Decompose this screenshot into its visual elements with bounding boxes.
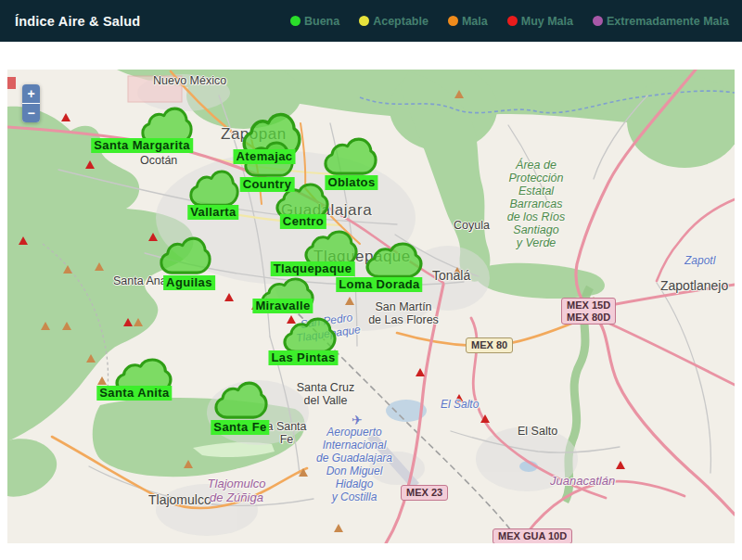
peak-icon	[148, 233, 158, 241]
cloud-icon	[324, 137, 377, 176]
place-label: Zapotlanejo	[660, 278, 728, 293]
zoom-control: + −	[22, 84, 40, 122]
legend-dot-icon	[290, 16, 301, 26]
peak-icon	[454, 90, 464, 98]
legend-item-muy-mala: Muy Mala	[507, 15, 573, 28]
airport-icon: ✈	[352, 413, 363, 427]
peak-icon	[95, 262, 104, 271]
marker-label-loma-dorada[interactable]: Loma Dorada	[336, 277, 422, 292]
cloud-icon	[214, 381, 268, 420]
legend-item-aceptable: Aceptable	[359, 15, 429, 28]
peak-icon	[97, 376, 107, 385]
road-shield: MEX 15D MEX 80D	[561, 298, 616, 325]
peak-icon	[224, 293, 234, 301]
aqi-marker-oblatos[interactable]	[324, 137, 377, 180]
legend-dot-icon	[507, 16, 518, 26]
peak-icon	[62, 322, 71, 330]
peak-icon	[134, 318, 143, 326]
legend-label: Mala	[462, 15, 488, 28]
peak-icon	[345, 297, 354, 305]
legend-dot-icon	[448, 16, 458, 26]
peak-icon	[480, 414, 490, 423]
marker-label-santa-anita[interactable]: Santa Anita	[96, 386, 172, 401]
marker-label-las-pintas[interactable]: Las Pintas	[268, 350, 338, 365]
place-label: San Martín de Las Flores	[368, 300, 439, 326]
place-label: Aeropuerto Internacional de Guadalajara …	[316, 426, 392, 503]
place-label: a Santa Fe	[266, 420, 306, 446]
marker-label-miravalle[interactable]: Miravalle	[252, 299, 313, 313]
cloud-icon	[160, 236, 211, 275]
marker-label-country[interactable]: Country	[240, 177, 295, 192]
legend-label: Extremadamente Mala	[607, 15, 729, 28]
peak-icon	[63, 265, 72, 274]
place-label: El Salto	[518, 425, 557, 438]
legend-dot-icon	[593, 16, 603, 26]
peak-icon	[19, 236, 28, 245]
peak-icon	[416, 368, 425, 376]
place-label: Juanacatlán	[550, 474, 615, 488]
place-label: El Salto	[441, 398, 479, 411]
peak-icon	[616, 461, 625, 469]
peak-icon	[61, 113, 70, 121]
place-label: Tonalá	[432, 268, 470, 283]
peak-icon	[86, 354, 96, 363]
legend-item-buena: Buena	[290, 15, 339, 28]
marker-label-aguilas[interactable]: Aguilas	[163, 275, 215, 290]
peak-icon	[299, 468, 308, 477]
marker-label-atemajac[interactable]: Atemajac	[233, 149, 295, 164]
place-label: Tlajomulco	[148, 492, 211, 507]
marker-label-vallarta[interactable]: Vallarta	[187, 205, 238, 220]
app-title: Índice Aire & Salud	[0, 14, 140, 29]
cloud-icon	[365, 242, 423, 279]
peak-icon	[85, 160, 95, 169]
aqi-marker-aguilas[interactable]	[160, 236, 211, 279]
app-header: Índice Aire & Salud BuenaAceptableMalaMu…	[0, 0, 742, 42]
peak-icon	[184, 460, 193, 468]
road-shield: MEX 80	[466, 337, 513, 353]
place-label: Área de Protección Estatal Barrancas de …	[507, 159, 566, 249]
marker-label-santa-fe[interactable]: Santa Fe	[211, 420, 269, 435]
place-label: Tlajomulco de Zúñiga	[208, 477, 266, 504]
marker-label-santa-margarita[interactable]: Santa Margarita	[91, 138, 193, 153]
place-label: Zapotl	[684, 254, 715, 267]
place-label: Ocotán	[140, 154, 177, 167]
legend-item-mala: Mala	[448, 15, 488, 28]
road-shield: MEX 23	[401, 485, 448, 501]
marker-label-centro[interactable]: Centro	[280, 214, 326, 229]
legend-dot-icon	[359, 16, 369, 26]
peak-icon	[41, 322, 50, 330]
legend-item-extremadamente-mala: Extremadamente Mala	[593, 15, 729, 28]
road-shield: MEX GUA 10D	[493, 528, 572, 543]
place-label: Santa Cruz del Valle	[297, 381, 355, 407]
legend-label: Aceptable	[373, 15, 429, 28]
place-label: Coyula	[454, 219, 490, 232]
cloud-icon	[189, 170, 239, 208]
marker-label-tlaquepaque[interactable]: Tlaquepaque	[271, 261, 355, 276]
cloud-icon	[283, 317, 337, 354]
legend-label: Buena	[304, 15, 339, 28]
aqi-marker-santa-fe[interactable]	[214, 381, 268, 424]
peak-icon	[334, 524, 343, 532]
zoom-out-button[interactable]: −	[22, 104, 40, 122]
marker-label-oblatos[interactable]: Oblatos	[325, 175, 377, 190]
peak-icon	[123, 318, 133, 326]
legend-label: Muy Mala	[521, 15, 573, 28]
aqi-legend: BuenaAceptableMalaMuy MalaExtremadamente…	[290, 15, 742, 28]
place-label: Nuevo México	[153, 74, 226, 87]
zoom-in-button[interactable]: +	[22, 84, 40, 103]
map-canvas[interactable]: Nuevo MéxicoSan Juan deOcotánZapopanGuad…	[7, 70, 735, 543]
